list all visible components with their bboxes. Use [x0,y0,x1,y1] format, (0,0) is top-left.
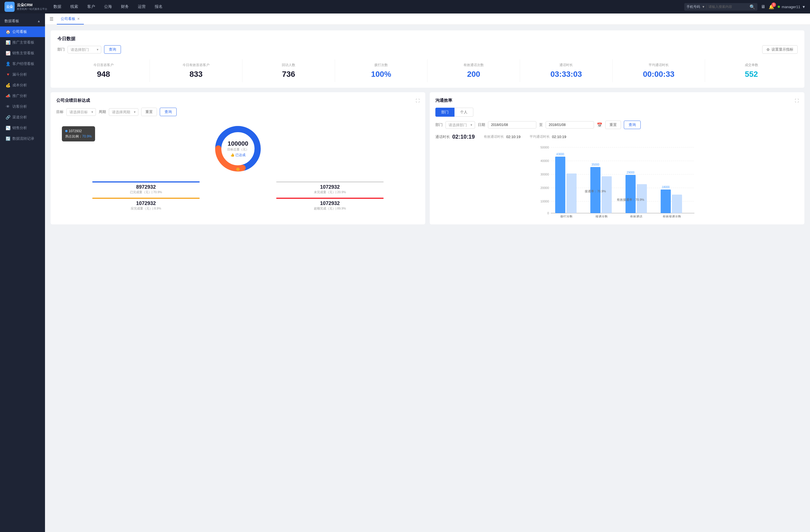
sidebar-item-icon: 🔻 [6,72,10,77]
svg-text:接通次数: 接通次数 [595,215,608,218]
svg-rect-21 [602,176,612,213]
goal-stat-bar [276,181,384,182]
comm-effective-label: 有效通话时长 [484,134,504,139]
sidebar-item-label: 成本分析 [12,83,27,88]
comm-date-to[interactable] [546,121,594,129]
comm-calendar-icon[interactable]: 📅 [597,122,602,128]
comm-query-button[interactable]: 查询 [624,121,641,129]
monitor-icon[interactable]: 🖥 [761,4,765,9]
metrics-row: 今日首咨客户 948 今日有效首咨客户 833 回访人数 736 拨打次数 10… [58,59,798,82]
goal-stats-grid: 8972932 已完成量（元）| 70.9% 1072932 未完成量（元）| … [56,181,420,211]
comm-call-duration-label: 通话时长 [435,134,450,139]
sidebar-item-公司看板[interactable]: 🏠公司看板 [0,27,45,37]
nav-item-线索[interactable]: 线索 [66,2,82,11]
sidebar-item-icon: 🏠 [6,30,10,34]
nav-item-财务[interactable]: 财务 [117,2,133,11]
goal-stat-value: 1072932 [240,200,420,206]
nav-item-数据[interactable]: 数据 [49,2,65,11]
comm-tab-person[interactable]: 个人 [454,108,473,117]
goal-period-select-wrapper: 请选择周期 [109,108,139,116]
svg-text:29000: 29000 [627,171,634,174]
dept-select[interactable]: 请选择部门 [67,46,101,53]
nav-item-运营[interactable]: 运营 [134,2,150,11]
hamburger-icon[interactable]: ☰ [49,16,53,22]
dept-select-wrapper: 请选择部门 [67,46,101,53]
metric-label: 通话时长 [522,63,610,67]
comm-card-expand-icon[interactable]: ⛶ [795,98,799,103]
svg-text:拨打次数: 拨打次数 [560,215,573,218]
goal-stat-label: 已完成量（元）| 70.9% [56,190,236,194]
content-area: ☰ 公司看板 ✕ 今日数据 部门 请选择部门 [45,14,810,532]
nav-item-报名[interactable]: 报名 [151,2,166,11]
goal-stat-label: 超额完成（元）| 89.9% [240,206,420,211]
username: manager11 [782,5,800,9]
bottom-row: 公司业绩目标达成 ⛶ 目标 请选择目标 周期 请选择 [51,92,804,225]
sidebar-section-header[interactable]: 数据看板 ▲ [0,16,45,27]
sidebar-item-渠道分析[interactable]: 🔗渠道分析 [0,112,45,122]
today-section-title: 今日数据 [58,36,798,42]
svg-text:有效接通次数: 有效接通次数 [663,215,681,218]
svg-text:35000: 35000 [592,163,599,166]
sidebar: 数据看板 ▲ 🏠公司看板📊推广主管看板📈销售主管看板👤客户经理看板🔻漏斗分析💰成… [0,14,45,532]
comm-dept-select[interactable]: 请选择部门 [446,121,475,129]
sidebar-item-icon: 👤 [6,62,10,66]
search-submit-icon[interactable]: 🔍 [749,4,755,10]
tab-close-icon[interactable]: ✕ [77,17,80,21]
donut-container: 1072932 所占比例：70.9% [56,121,420,177]
metric-value: 100% [337,70,425,79]
today-query-button[interactable]: 查询 [104,45,121,54]
nav-item-客户[interactable]: 客户 [83,2,99,11]
svg-rect-29 [672,195,682,213]
sidebar-item-销售分析[interactable]: 📉销售分析 [0,122,45,133]
metric-item: 有效通话次数 200 [427,59,520,82]
today-filter-row: 部门 请选择部门 查询 ⚙ 设置显示指标 [58,45,798,54]
sidebar-item-label: 渠道分析 [12,115,27,120]
comm-reset-button[interactable]: 重置 [605,121,621,129]
sidebar-item-icon: 🔗 [6,115,10,119]
sidebar-item-漏斗分析[interactable]: 🔻漏斗分析 [0,69,45,80]
notification-bell[interactable]: 🔔 5 [769,4,774,10]
metric-value: 552 [707,70,795,79]
sidebar-item-访客分析[interactable]: 👁访客分析 [0,101,45,112]
svg-text:40000: 40000 [540,159,549,163]
sidebar-item-推广分析[interactable]: 📣推广分析 [0,90,45,101]
search-type[interactable]: 手机号码 [686,4,700,9]
donut-value: 100000 [227,140,249,147]
sidebar-item-客户经理看板[interactable]: 👤客户经理看板 [0,59,45,69]
search-input[interactable] [709,5,748,9]
main-layout: 数据看板 ▲ 🏠公司看板📊推广主管看板📈销售主管看板👤客户经理看板🔻漏斗分析💰成… [0,14,810,532]
sidebar-section-title: 数据看板 [4,19,19,23]
goal-period-select[interactable]: 请选择周期 [109,108,139,116]
svg-text:30000: 30000 [540,173,549,176]
goal-card-title: 公司业绩目标达成 [56,98,90,103]
donut-sublabel: 目标总量（元） [227,147,249,152]
metric-value: 200 [430,70,518,79]
sidebar-item-销售主管看板[interactable]: 📈销售主管看板 [0,48,45,59]
comm-tab-dept[interactable]: 部门 [435,108,454,117]
sidebar-item-label: 推广分析 [12,93,27,98]
goal-query-button[interactable]: 查询 [160,108,177,116]
user-info[interactable]: manager11 ▼ [778,5,806,9]
goal-stat-value: 8972932 [56,184,236,190]
comm-stats-row: 通话时长 02:10:19 有效通话时长 02:10:19 平均通话时长 02:… [435,134,799,140]
nav-item-公海[interactable]: 公海 [100,2,116,11]
goal-reset-button[interactable]: 重置 [141,108,157,116]
comm-date-from[interactable] [488,121,536,129]
goal-card-expand-icon[interactable]: ⛶ [416,98,420,103]
comm-avg-label: 平均通话时长 [530,134,550,139]
comm-stat-avg: 平均通话时长 02:10:19 [530,134,566,140]
comm-card: 沟通效率 ⛶ 部门 个人 部门 请选择部门 日期 [430,92,804,225]
goal-target-select[interactable]: 请选择目标 [66,108,96,116]
bar-chart-container: 50000 40000 30000 20000 10000 0 [435,145,799,219]
svg-rect-27 [661,189,671,213]
metric-label: 平均通话时长 [615,63,702,67]
metric-item: 平均通话时长 00:00:33 [613,59,705,82]
settings-display-button[interactable]: ⚙ 设置显示指标 [762,45,798,54]
sidebar-item-成本分析[interactable]: 💰成本分析 [0,80,45,90]
svg-text:18000: 18000 [662,186,670,189]
sidebar-item-推广主管看板[interactable]: 📊推广主管看板 [0,37,45,48]
tab-company-board[interactable]: 公司看板 ✕ [57,14,84,24]
goal-stat-value: 1072932 [56,200,236,206]
metric-item: 今日有效首咨客户 833 [150,59,242,82]
sidebar-item-数据流转记录[interactable]: 🔄数据流转记录 [0,133,45,144]
